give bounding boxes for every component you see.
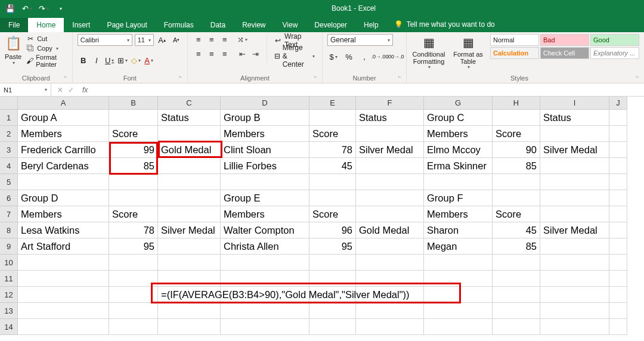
- borders-button[interactable]: ⊞▾: [117, 54, 129, 66]
- cell-A1[interactable]: Group A: [18, 110, 109, 126]
- cell-B4[interactable]: 85: [109, 158, 158, 174]
- tab-insert[interactable]: Insert: [64, 18, 98, 32]
- row-header-7[interactable]: 7: [0, 206, 18, 222]
- cell-G5[interactable]: [424, 174, 493, 190]
- undo-icon[interactable]: ↶▾: [20, 2, 33, 15]
- column-header-A[interactable]: A: [18, 97, 109, 110]
- align-right-icon[interactable]: ≡: [219, 48, 231, 59]
- cell-H7[interactable]: Score: [493, 206, 540, 222]
- cell-C13[interactable]: [158, 303, 221, 319]
- cell-F14[interactable]: [356, 319, 424, 335]
- cell-J11[interactable]: [609, 271, 627, 287]
- cell-C2[interactable]: [158, 126, 221, 142]
- cell-J5[interactable]: [609, 174, 627, 190]
- cell-H12[interactable]: [493, 287, 540, 303]
- cell-I14[interactable]: [540, 319, 609, 335]
- cell-H1[interactable]: [493, 110, 540, 126]
- row-header-10[interactable]: 10: [0, 255, 18, 271]
- cell-A13[interactable]: [18, 303, 109, 319]
- row-header-11[interactable]: 11: [0, 271, 18, 287]
- cell-J8[interactable]: [609, 222, 627, 238]
- increase-decimal-icon[interactable]: .0→.00: [374, 51, 386, 63]
- cell-I2[interactable]: [540, 126, 609, 142]
- cell-A12[interactable]: [18, 287, 109, 303]
- cell-D7[interactable]: Members: [221, 206, 309, 222]
- align-left-icon[interactable]: ≡: [193, 48, 205, 59]
- row-header-13[interactable]: 13: [0, 303, 18, 319]
- cell-D4[interactable]: Lillie Forbes: [221, 158, 309, 174]
- style-check-cell[interactable]: Check Cell: [540, 47, 589, 59]
- cell-E3[interactable]: 78: [309, 142, 356, 158]
- enter-formula-icon[interactable]: ✓: [68, 86, 74, 94]
- cell-D13[interactable]: [221, 303, 309, 319]
- cell-F2[interactable]: [356, 126, 424, 142]
- cell-C11[interactable]: [158, 271, 221, 287]
- cell-A10[interactable]: [18, 255, 109, 271]
- align-top-icon[interactable]: ≡: [193, 34, 205, 45]
- cell-B6[interactable]: [109, 190, 158, 206]
- cell-I5[interactable]: [540, 174, 609, 190]
- save-icon[interactable]: 💾: [4, 2, 17, 15]
- cell-J7[interactable]: [609, 206, 627, 222]
- cell-C14[interactable]: [158, 319, 221, 335]
- cell-A9[interactable]: Art Stafford: [18, 238, 109, 255]
- comma-icon[interactable]: ,: [358, 51, 370, 63]
- style-good[interactable]: Good: [590, 34, 639, 46]
- qat-customize-icon[interactable]: ▾: [54, 2, 67, 15]
- style-bad[interactable]: Bad: [540, 34, 589, 46]
- cell-E11[interactable]: [309, 271, 356, 287]
- cell-J3[interactable]: [609, 142, 627, 158]
- column-header-C[interactable]: C: [158, 97, 221, 110]
- decrease-indent-icon[interactable]: ⇤: [237, 48, 249, 59]
- cell-I1[interactable]: Status: [540, 110, 609, 126]
- cell-B8[interactable]: 78: [109, 222, 158, 238]
- row-header-2[interactable]: 2: [0, 126, 18, 142]
- cancel-formula-icon[interactable]: ✕: [57, 86, 63, 94]
- cell-E5[interactable]: [309, 174, 356, 190]
- column-header-H[interactable]: H: [493, 97, 540, 110]
- cell-A2[interactable]: Members: [18, 126, 109, 142]
- cell-D6[interactable]: Group E: [221, 190, 309, 206]
- cell-F9[interactable]: [356, 238, 424, 255]
- merge-center-button[interactable]: ⊟Merge & Center▾: [272, 49, 317, 63]
- cell-C1[interactable]: Status: [158, 110, 221, 126]
- cell-I10[interactable]: [540, 255, 609, 271]
- cell-C3[interactable]: Gold Medal: [158, 142, 221, 158]
- row-header-12[interactable]: 12: [0, 287, 18, 303]
- cell-H9[interactable]: 85: [493, 238, 540, 255]
- cell-D14[interactable]: [221, 319, 309, 335]
- cell-D9[interactable]: Christa Allen: [221, 238, 309, 255]
- cell-E1[interactable]: [309, 110, 356, 126]
- number-format-select[interactable]: General▾: [327, 34, 393, 46]
- cell-B12[interactable]: [109, 287, 158, 303]
- cell-G3[interactable]: Elmo Mccoy: [424, 142, 493, 158]
- tab-formulas[interactable]: Formulas: [156, 18, 202, 32]
- cell-C9[interactable]: [158, 238, 221, 255]
- cell-H2[interactable]: Score: [493, 126, 540, 142]
- fill-color-button[interactable]: ◇▾: [130, 54, 142, 66]
- row-header-5[interactable]: 5: [0, 174, 18, 190]
- tab-page-layout[interactable]: Page Layout: [98, 18, 155, 32]
- cell-H10[interactable]: [493, 255, 540, 271]
- cell-F4[interactable]: [356, 158, 424, 174]
- cell-G8[interactable]: Sharon: [424, 222, 493, 238]
- cell-J2[interactable]: [609, 126, 627, 142]
- cell-H11[interactable]: [493, 271, 540, 287]
- cell-G12[interactable]: [424, 287, 493, 303]
- cell-E12[interactable]: [309, 287, 356, 303]
- cell-F8[interactable]: Gold Medal: [356, 222, 424, 238]
- cell-B11[interactable]: [109, 271, 158, 287]
- cell-D11[interactable]: [221, 271, 309, 287]
- cell-I7[interactable]: [540, 206, 609, 222]
- row-header-6[interactable]: 6: [0, 190, 18, 206]
- column-header-I[interactable]: I: [540, 97, 609, 110]
- cell-H3[interactable]: 90: [493, 142, 540, 158]
- cell-styles-gallery[interactable]: Normal Bad Good Calculation Check Cell E…: [490, 34, 639, 59]
- cell-A7[interactable]: Members: [18, 206, 109, 222]
- style-normal[interactable]: Normal: [490, 34, 539, 46]
- column-header-E[interactable]: E: [309, 97, 356, 110]
- cell-H6[interactable]: [493, 190, 540, 206]
- cell-D3[interactable]: Clint Sloan: [221, 142, 309, 158]
- cell-H8[interactable]: 45: [493, 222, 540, 238]
- cell-D1[interactable]: Group B: [221, 110, 309, 126]
